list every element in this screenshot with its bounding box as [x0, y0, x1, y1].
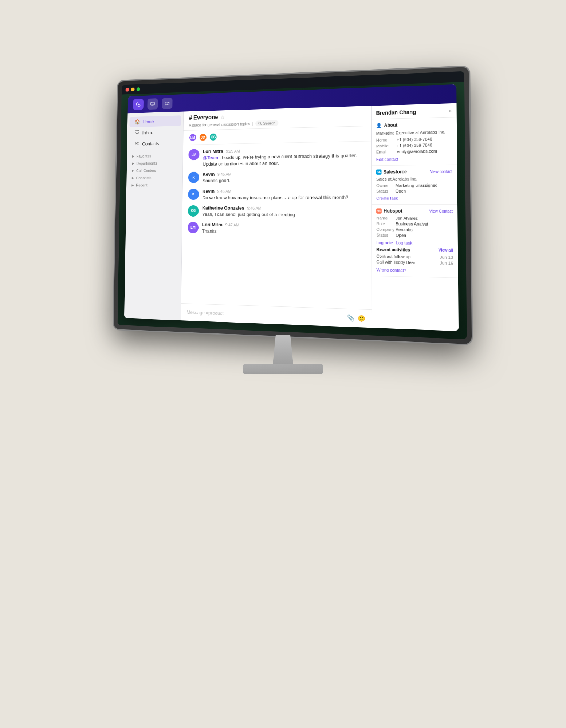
hs-status-value: Open: [396, 233, 453, 238]
salesforce-title: SF Salesforce: [376, 169, 407, 175]
contact-field-mobile: Mobile +1 (604) 359-7840: [376, 142, 452, 148]
msg-time-3: 9:45 AM: [217, 189, 231, 193]
msg-header-2: Kevin 9:45 AM: [203, 170, 365, 177]
msg-header-5: Lori Mitra 9:47 AM: [202, 222, 365, 229]
channel-star[interactable]: ☆: [221, 114, 225, 120]
video-button[interactable]: [162, 98, 173, 109]
favorites-arrow-icon: ▶: [132, 154, 134, 158]
msg-content-5: Lori Mitra 9:47 AM Thanks: [202, 222, 365, 236]
salesforce-company: Sales at Aerolabs Inc.: [376, 176, 452, 181]
search-label: Search: [263, 121, 275, 126]
salesforce-section: SF Salesforce View contact Sales at Aero…: [372, 165, 457, 205]
wrong-contact-link[interactable]: Wrong contact?: [376, 268, 406, 273]
phone-button[interactable]: [133, 99, 144, 110]
sidebar-section-recent[interactable]: ▶ Recent: [126, 181, 182, 188]
hubspot-view-link[interactable]: View Contact: [429, 209, 453, 213]
avatar: LM: [188, 149, 199, 160]
log-note-link[interactable]: Log note: [376, 240, 393, 245]
email-label: Email: [376, 150, 395, 154]
table-row: LM Lori Mitra 9:29 AM @Team: [188, 146, 365, 168]
maximize-button[interactable]: [137, 87, 140, 91]
sidebar-item-inbox[interactable]: Inbox: [129, 127, 181, 138]
avatar: K: [188, 189, 199, 200]
hubspot-label: Hubspot: [384, 208, 402, 214]
screen: 🏠 Home Inbox: [118, 71, 467, 339]
monitor-stand-base: [243, 364, 323, 374]
salesforce-create-task-link[interactable]: Create task: [376, 196, 398, 200]
reaction-avatar-circle-1: LM: [189, 134, 196, 141]
contact-panel-header: Brendan Chang ×: [372, 103, 457, 120]
msg-author-5: Lori Mitra: [202, 222, 222, 228]
table-row: K Kevin 9:45 AM Sounds good.: [188, 170, 365, 184]
view-all-link[interactable]: View all: [439, 248, 453, 253]
sidebar-section-call-centers[interactable]: ▶ Call Centers: [127, 166, 183, 174]
home-label: Home: [376, 138, 394, 142]
hubspot-title: HS Hubspot: [376, 208, 402, 214]
hs-field-role: Role Business Analyst: [376, 221, 453, 226]
channel-search[interactable]: Search: [255, 120, 278, 126]
msg-author-4: Katherine Gonzales: [202, 205, 244, 211]
message-placeholder: Message #product: [186, 309, 224, 316]
sf-field-status: Status Open: [376, 189, 453, 193]
table-row: LM Lori Mitra 9:47 AM Thanks: [188, 222, 365, 236]
monitor-stand-neck: [268, 335, 298, 364]
hubspot-action-links: Log note Log task: [376, 239, 453, 246]
hs-name-value: Jen Alvarez: [396, 216, 453, 221]
msg-avatar-kg: KG: [188, 205, 199, 217]
msg-avatar-lm: LM: [188, 149, 199, 160]
sidebar-section-channels[interactable]: ▶ Channels: [126, 173, 182, 181]
sidebar-section-call-centers-label: Call Centers: [136, 169, 156, 173]
mobile-label: Mobile: [376, 143, 395, 148]
emoji-icon[interactable]: 🙂: [358, 315, 365, 323]
sidebar-section-favorites[interactable]: ▶ Favorites: [127, 151, 183, 159]
chat-button[interactable]: [147, 98, 158, 110]
about-section-title: 👤 About: [376, 121, 452, 128]
sidebar-item-home[interactable]: 🏠 Home: [129, 115, 181, 127]
edit-contact-link[interactable]: Edit contact: [376, 157, 398, 162]
email-value: emily@aerolabs.com: [397, 149, 452, 154]
message-input[interactable]: Message #product: [186, 307, 344, 323]
msg-header-4: Katherine Gonzales 9:46 AM: [202, 205, 365, 211]
svg-rect-2: [135, 131, 139, 134]
hubspot-section: HS Hubspot View Contact Name Jen Alvarez: [372, 205, 458, 278]
sf-status-label: Status: [376, 189, 394, 194]
close-button[interactable]: [126, 88, 129, 92]
reaction-avatar-circle-3: KG: [210, 133, 217, 141]
msg-text-3: Do we know how many insurance plans are …: [202, 194, 365, 201]
msg-text-1: @Team , heads up, we're trying a new cli…: [203, 152, 365, 167]
recent-arrow-icon: ▶: [131, 183, 134, 187]
msg-avatar-lm2: LM: [188, 222, 199, 233]
log-task-link[interactable]: Log task: [396, 241, 412, 245]
hs-status-label: Status: [376, 233, 394, 237]
search-icon: [258, 122, 262, 125]
sidebar-item-contacts[interactable]: Contacts: [129, 138, 181, 149]
salesforce-view-link[interactable]: View contact: [430, 169, 452, 174]
salesforce-icon: SF: [376, 169, 382, 174]
close-button[interactable]: ×: [449, 108, 452, 114]
sidebar-item-inbox-label: Inbox: [142, 130, 153, 135]
activity-name-1: Contract follow up: [376, 254, 410, 259]
sf-owner-label: Owner: [376, 183, 394, 188]
sidebar-item-home-label: Home: [142, 119, 154, 124]
sidebar-section-departments[interactable]: ▶ Departments: [127, 159, 183, 167]
msg-text-5: Thanks: [202, 228, 365, 236]
traffic-lights: [126, 87, 140, 91]
msg-time-2: 9:45 AM: [217, 172, 231, 177]
msg-content-2: Kevin 9:45 AM Sounds good.: [203, 170, 365, 184]
msg-header-3: Kevin 9:45 AM: [202, 187, 365, 194]
channel-name: # Everyone: [189, 114, 218, 121]
minimize-button[interactable]: [131, 87, 135, 91]
msg-text-4: Yeah, I can send, just getting out of a …: [202, 211, 365, 218]
msg-text-2: Sounds good.: [203, 177, 365, 184]
messages-area: LM Lori Mitra 9:29 AM @Team: [181, 141, 372, 309]
chat-main: # Everyone ☆ A place for general discuss…: [181, 106, 372, 328]
activity-name-2: Call with Teddy Bear: [376, 260, 415, 265]
contacts-icon: [134, 141, 140, 146]
contact-panel: Brendan Chang × 👤 About Marketing Execut…: [371, 103, 459, 331]
monitor: 🏠 Home Inbox: [114, 67, 472, 344]
msg-content-3: Kevin 9:45 AM Do we know how many insura…: [202, 187, 365, 201]
attachment-icon[interactable]: 📎: [347, 314, 355, 322]
call-centers-arrow-icon: ▶: [132, 169, 134, 173]
channel-description: A place for general discussion topics: [189, 122, 250, 127]
salesforce-label: Salesforce: [384, 169, 407, 175]
